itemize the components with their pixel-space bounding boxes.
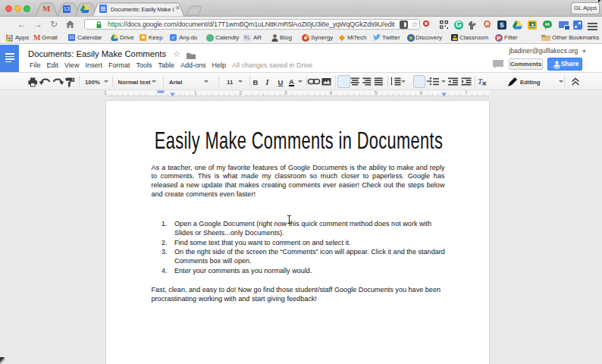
svg-text:5: 5: [375, 90, 378, 96]
svg-text:1: 1: [104, 90, 107, 96]
svg-text:7: 7: [465, 90, 468, 96]
svg-text:4: 4: [329, 90, 332, 96]
svg-text:6: 6: [419, 90, 422, 96]
svg-text:1: 1: [194, 90, 197, 96]
svg-text:3: 3: [284, 90, 287, 96]
svg-text:2: 2: [240, 90, 243, 96]
svg-text:T: T: [478, 77, 483, 86]
svg-text:P: P: [497, 34, 500, 41]
